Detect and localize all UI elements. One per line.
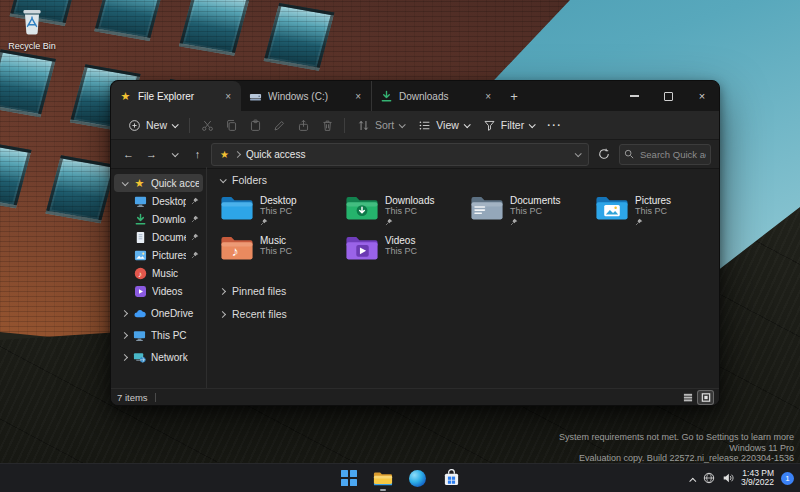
taskbar-file-explorer-button[interactable] <box>372 467 394 489</box>
sidebar-item-quick-access[interactable]: ★ Quick access <box>114 174 203 192</box>
paste-icon <box>249 119 262 132</box>
sort-button[interactable]: Sort <box>350 119 411 132</box>
section-folders[interactable]: Folders <box>220 173 719 187</box>
paste-button[interactable] <box>243 119 267 132</box>
picture-icon <box>134 249 147 262</box>
section-label: Recent files <box>232 308 287 320</box>
sidebar-item-network[interactable]: Network <box>114 348 203 366</box>
sidebar-item-music[interactable]: ♪ Music <box>114 264 203 282</box>
icons-view-button[interactable] <box>698 391 713 404</box>
taskbar-center-icons <box>338 464 462 492</box>
start-button[interactable] <box>338 467 360 489</box>
edge-icon <box>409 470 426 487</box>
sidebar-item-onedrive[interactable]: OneDrive <box>114 304 203 322</box>
tab-downloads[interactable]: Downloads × <box>371 81 501 111</box>
sidebar-item-documents[interactable]: Documents <box>114 228 203 246</box>
share-button[interactable] <box>291 119 315 132</box>
tray-overflow-button[interactable] <box>691 469 696 487</box>
delete-button[interactable] <box>315 119 339 132</box>
svg-text:♪: ♪ <box>232 244 239 259</box>
clock-date: 3/9/2022 <box>741 478 774 488</box>
sort-label: Sort <box>375 119 394 131</box>
refresh-button[interactable] <box>593 148 615 160</box>
forward-button[interactable]: → <box>142 148 161 160</box>
new-button[interactable]: New <box>121 119 184 132</box>
sidebar-item-this-pc[interactable]: This PC <box>114 326 203 344</box>
folder-tile-videos[interactable]: Videos This PC <box>345 234 470 274</box>
sidebar-item-videos[interactable]: Videos <box>114 282 203 300</box>
maximize-button[interactable] <box>651 81 685 111</box>
see-more-button[interactable]: ··· <box>541 119 568 131</box>
tab-bar: ★ File Explorer × Windows (C:) × <box>111 81 719 111</box>
folder-tile-music[interactable]: ♪ Music This PC <box>220 234 345 274</box>
address-dropdown-icon[interactable] <box>575 150 582 157</box>
cut-button[interactable] <box>195 119 219 132</box>
section-label: Pinned files <box>232 285 286 297</box>
sidebar-item-label: Downloads <box>152 214 186 225</box>
view-button[interactable]: View <box>411 119 476 132</box>
items-count: 7 items <box>117 392 148 403</box>
sidebar-item-label: Quick access <box>151 178 199 189</box>
rename-icon <box>273 119 286 132</box>
sidebar-item-desktop[interactable]: Desktop <box>114 192 203 210</box>
folder-name: Music <box>260 235 292 246</box>
section-pinned-files[interactable]: Pinned files <box>220 285 719 297</box>
filter-icon <box>483 119 496 132</box>
navigation-pane: ★ Quick access Desktop <box>111 167 207 389</box>
view-toggles <box>680 391 713 404</box>
new-tab-button[interactable]: + <box>501 89 527 104</box>
expander-icon[interactable] <box>120 181 128 186</box>
network-tray-icon[interactable] <box>703 472 715 484</box>
window-body: ★ Quick access Desktop <box>111 167 719 389</box>
view-label: View <box>436 119 459 131</box>
tab-close-icon[interactable]: × <box>223 91 233 102</box>
sidebar-item-label: This PC <box>151 330 199 341</box>
taskbar-clock[interactable]: 1:43 PM 3/9/2022 <box>741 469 774 488</box>
back-button[interactable]: ← <box>119 148 138 160</box>
pin-icon <box>260 218 268 226</box>
expander-icon[interactable] <box>120 311 128 316</box>
minimize-button[interactable] <box>617 81 651 111</box>
notification-badge[interactable]: 1 <box>781 472 794 485</box>
details-view-button[interactable] <box>680 391 695 404</box>
up-button[interactable]: ↑ <box>188 148 207 160</box>
recycle-bin-shortcut[interactable]: Recycle Bin <box>8 6 56 51</box>
chevron-down-icon <box>172 150 179 157</box>
tab-label: Downloads <box>399 91 477 102</box>
taskbar-store-button[interactable] <box>440 467 462 489</box>
breadcrumb[interactable]: ★ Quick access <box>211 143 589 166</box>
minimize-icon <box>630 95 639 96</box>
filter-button[interactable]: Filter <box>476 119 541 132</box>
expander-icon[interactable] <box>120 355 128 360</box>
chevron-down-icon <box>529 121 536 128</box>
details-view-icon <box>683 393 693 402</box>
tab-file-explorer[interactable]: ★ File Explorer × <box>111 81 241 111</box>
recent-locations-button[interactable] <box>165 152 184 157</box>
expander-icon[interactable] <box>120 333 128 338</box>
sidebar-item-label: Music <box>152 268 199 279</box>
close-button[interactable]: × <box>685 81 719 111</box>
volume-icon[interactable] <box>722 472 734 484</box>
folder-tile-pictures[interactable]: Pictures This PC <box>595 194 720 234</box>
folder-tile-documents[interactable]: Documents This PC <box>470 194 595 234</box>
sidebar-item-pictures[interactable]: Pictures <box>114 246 203 264</box>
taskbar-edge-button[interactable] <box>406 467 428 489</box>
tab-label: File Explorer <box>138 91 217 102</box>
tab-close-icon[interactable]: × <box>353 91 363 102</box>
folder-location: This PC <box>385 246 417 256</box>
tab-close-icon[interactable]: × <box>483 91 493 102</box>
building-window <box>94 0 165 41</box>
rename-button[interactable] <box>267 119 291 132</box>
section-recent-files[interactable]: Recent files <box>220 308 719 320</box>
folder-tile-downloads[interactable]: Downloads This PC <box>345 194 470 234</box>
copy-button[interactable] <box>219 119 243 132</box>
folder-tile-desktop[interactable]: Desktop This PC <box>220 194 345 234</box>
folder-name: Videos <box>385 235 417 246</box>
new-label: New <box>146 119 167 131</box>
pin-icon <box>510 218 518 226</box>
sidebar-item-downloads[interactable]: Downloads <box>114 210 203 228</box>
tab-windows-c[interactable]: Windows (C:) × <box>241 81 371 111</box>
breadcrumb-location[interactable]: Quick access <box>246 149 305 160</box>
delete-icon <box>321 119 334 132</box>
file-explorer-window: ★ File Explorer × Windows (C:) × <box>110 80 720 406</box>
